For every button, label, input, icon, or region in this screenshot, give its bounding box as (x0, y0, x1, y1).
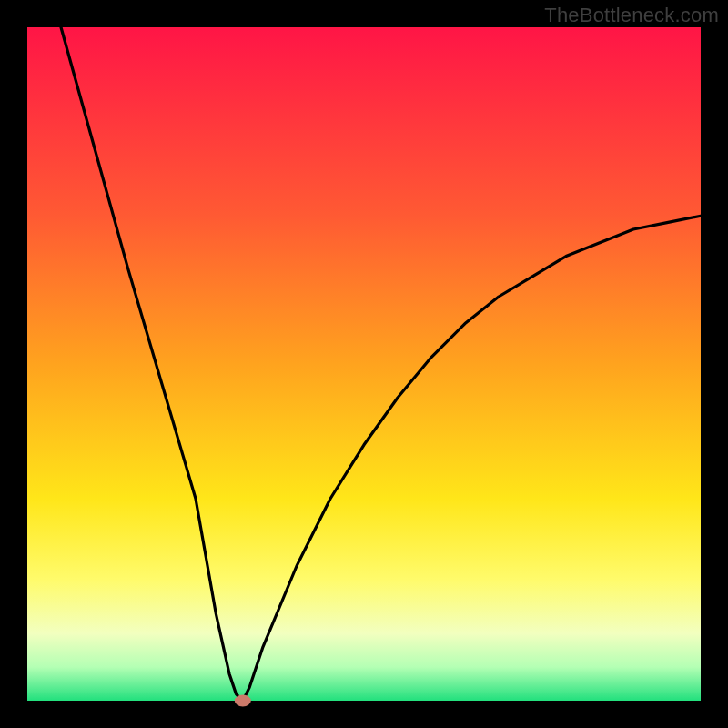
optimal-marker (235, 695, 251, 707)
bottleneck-chart (0, 0, 728, 728)
plot-background (27, 27, 701, 701)
chart-container: TheBottleneck.com (0, 0, 728, 728)
watermark-text: TheBottleneck.com (544, 4, 719, 27)
